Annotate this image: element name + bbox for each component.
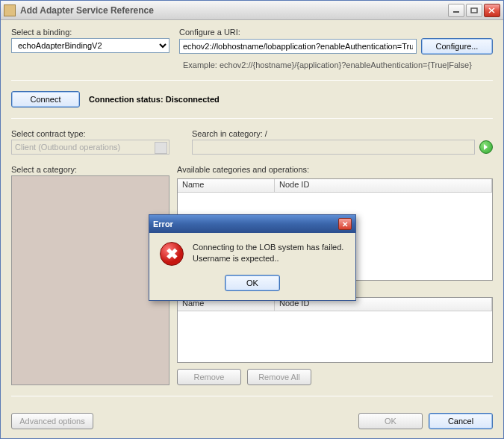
svg-rect-0: [453, 11, 459, 13]
error-line2: Username is expected..: [193, 253, 343, 264]
connect-button[interactable]: Connect: [11, 91, 80, 108]
error-dialog: Error ✕ ✖ Connecting to the LOB system h…: [149, 214, 356, 301]
error-icon: ✖: [160, 242, 184, 266]
error-titlebar[interactable]: Error ✕: [149, 215, 355, 233]
error-ok-button[interactable]: OK: [225, 275, 280, 291]
window-title: Add Adapter Service Reference: [20, 5, 447, 16]
error-title: Error: [153, 220, 173, 228]
search-label: Search in category: /: [192, 129, 493, 138]
ok-button: OK: [358, 413, 423, 429]
available-col-name[interactable]: Name: [178, 179, 275, 192]
available-header: Name Node ID: [178, 179, 492, 193]
main-window: Add Adapter Service Reference Select a b…: [0, 0, 504, 439]
close-icon: ✕: [342, 220, 348, 228]
binding-label: Select a binding:: [11, 28, 172, 37]
divider-1: [11, 80, 493, 81]
search-input: [192, 140, 475, 155]
remove-all-button: Remove All: [247, 369, 311, 385]
remove-button: Remove: [177, 369, 241, 385]
error-close-button[interactable]: ✕: [338, 218, 352, 230]
contract-value: Client (Outbound operations): [15, 143, 120, 152]
client-area: Select a binding: echoAdapterBindingV2 C…: [1, 20, 503, 438]
advanced-options-button: Advanced options: [11, 413, 93, 429]
available-col-node[interactable]: Node ID: [275, 179, 492, 192]
divider-3: [11, 396, 493, 396]
uri-label: Configure a URI:: [179, 28, 493, 37]
uri-input[interactable]: [179, 39, 417, 54]
maximize-button[interactable]: [466, 4, 482, 17]
connection-row: Connect Connection status: Disconnected: [11, 91, 493, 108]
category-tree[interactable]: [11, 175, 169, 385]
added-list[interactable]: Name Node ID: [177, 297, 493, 363]
contract-label: Select contract type:: [11, 129, 184, 138]
cancel-button[interactable]: Cancel: [429, 413, 493, 429]
maximize-icon: [470, 7, 478, 13]
binding-select[interactable]: echoAdapterBindingV2: [11, 38, 169, 53]
app-icon: [4, 4, 16, 16]
minimize-button[interactable]: [448, 4, 464, 17]
error-message: Connecting to the LOB system has failed.…: [193, 242, 343, 266]
configure-button[interactable]: Configure...: [421, 38, 493, 55]
status-label: Connection status:: [89, 95, 164, 104]
contract-select: Client (Outbound operations): [11, 140, 169, 155]
window-close-button[interactable]: [484, 4, 500, 17]
error-line1: Connecting to the LOB system has failed.: [193, 242, 343, 253]
uri-example: Example: echov2://{hostname}/{applicatio…: [183, 60, 493, 69]
available-label: Available categories and operations:: [177, 165, 493, 174]
divider-2: [11, 118, 493, 119]
close-icon: [488, 7, 496, 13]
go-icon[interactable]: [479, 140, 493, 154]
minimize-icon: [452, 7, 460, 13]
svg-rect-1: [471, 8, 477, 13]
status-value: Disconnected: [166, 95, 220, 104]
titlebar[interactable]: Add Adapter Service Reference: [1, 1, 503, 20]
category-label: Select a category:: [11, 165, 169, 174]
